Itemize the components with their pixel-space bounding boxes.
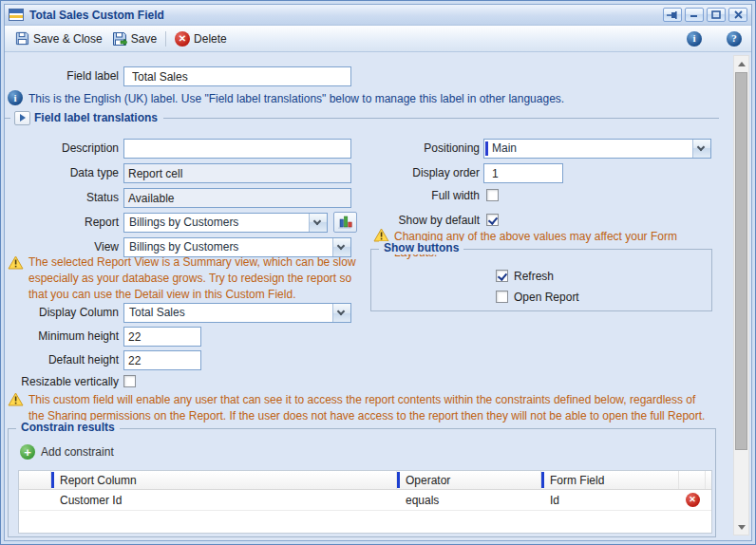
maximize-button[interactable] [707,8,726,22]
add-constraint-button[interactable]: + Add constraint [20,444,114,460]
save-label: Save [131,32,157,46]
dropdown-arrow-button[interactable] [332,304,350,322]
row-actions-cell: ✕ [679,493,706,507]
chevron-down-icon [313,217,321,225]
section-line-right [163,118,719,119]
open-report-checkbox[interactable] [496,291,508,303]
pin-button[interactable] [663,8,682,22]
full-width-label: Full width [347,186,480,205]
translations-section-title: Field label translations [34,111,163,124]
form-content: Field label i This is the English (UK) l… [5,53,751,540]
warning-icon [8,392,24,406]
help-button[interactable]: ? [727,31,742,47]
info-button[interactable]: i [687,31,702,47]
full-width-checkbox[interactable] [486,189,499,201]
header-form-field[interactable]: Form Field [541,471,679,489]
report-dropdown[interactable]: Billings by Customers [123,213,328,233]
row-report-column: Customer Id [51,494,397,507]
header-operator[interactable]: Operator [397,471,541,489]
access-warning: This custom field will enable any user t… [28,392,714,424]
resizable-vertically-checkbox[interactable] [123,375,136,387]
expand-arrow-icon [20,114,26,122]
display-column-value: Total Sales [129,306,185,319]
maximize-icon [711,10,721,19]
save-close-button[interactable]: Save & Close [10,28,107,48]
show-buttons-legend: Show buttons [379,241,463,254]
dropdown-arrow-button[interactable] [309,214,327,232]
default-height-input[interactable] [123,350,201,370]
field-label-label: Field label [5,66,119,85]
form-window-icon [9,9,24,21]
minimize-button[interactable] [685,8,704,22]
chevron-down-icon [697,143,705,151]
row-form-field: Id [541,494,679,507]
constraints-table: Report Column Operator Form Field Custom… [18,470,712,534]
toolbar: Save & Close Save ✕ Delete i ? [5,26,751,52]
minimize-icon [690,10,699,19]
pushpin-icon [667,10,678,20]
info-glyph: i [692,33,695,44]
positioning-label: Positioning [347,139,480,158]
view-value: Billings by Customers [129,240,238,254]
summary-view-warning: The selected Report View is a Summary vi… [28,254,363,303]
positioning-value: Main [492,141,517,155]
save-record-icon [112,31,127,47]
status-field [123,188,351,208]
info-note: This is the English (UK) label. Use "Fie… [28,92,564,105]
constrain-results-group: Constrain results + Add constraint Repor… [8,428,716,537]
close-icon [734,10,743,19]
save-button[interactable]: Save [107,28,161,49]
header-report-column[interactable]: Report Column [51,471,397,489]
display-order-input[interactable] [483,163,563,183]
dropdown-arrow-button[interactable] [692,140,710,158]
save-close-label: Save & Close [33,32,103,46]
minimum-height-label: Minimum height [5,327,119,346]
expand-translations-button[interactable] [14,111,30,125]
help-glyph: ? [731,33,737,44]
delete-constraint-button[interactable]: ✕ [686,493,700,507]
show-by-default-checkbox[interactable] [486,214,499,226]
status-label: Status [5,188,119,207]
header-actions-cell [679,471,706,489]
scroll-down-icon [738,525,746,530]
vertical-scrollbar[interactable] [733,55,749,536]
window-title: Total Sales Custom Field [29,9,660,22]
save-icon [15,31,29,46]
chevron-down-icon [337,308,345,315]
delete-button[interactable]: ✕ Delete [170,28,232,49]
add-constraint-label: Add constraint [41,445,114,459]
dialog-window: Total Sales Custom Field Save & Clos [0,0,756,545]
constrain-results-legend: Constrain results [16,421,120,434]
view-label: View [5,237,119,256]
refresh-checkbox[interactable] [496,270,508,282]
close-button[interactable] [728,8,747,22]
open-report-label: Open Report [514,290,579,305]
display-column-dropdown[interactable]: Total Sales [123,303,351,323]
constraint-row[interactable]: Customer Id equals Id ✕ [19,490,711,511]
description-label: Description [5,139,119,158]
show-by-default-label: Show by default [347,211,480,230]
constraints-table-header: Report Column Operator Form Field [19,471,711,490]
scroll-up-icon [738,62,746,66]
scroll-up-button[interactable] [734,56,748,71]
title-bar: Total Sales Custom Field [5,5,751,26]
warning-icon [373,228,389,242]
warning-icon [8,255,24,270]
display-order-label: Display order [347,163,480,182]
scroll-down-button[interactable] [734,519,748,535]
delete-label: Delete [194,32,227,46]
description-input[interactable] [123,139,351,159]
data-type-label: Data type [5,163,119,182]
positioning-dropdown[interactable]: Main [483,139,711,159]
display-column-label: Display Column [5,303,119,322]
report-label: Report [5,213,119,232]
info-note-icon: i [8,90,23,105]
show-buttons-group: Show buttons Refresh Open Report [370,249,712,311]
scrollbar-thumb[interactable] [735,72,747,450]
minimum-height-input[interactable] [123,327,201,347]
delete-icon: ✕ [175,31,190,47]
field-label-input[interactable] [123,66,351,86]
header-spacer-cell [19,471,51,489]
translations-section: Field label translations [5,110,719,125]
data-type-field [123,163,351,183]
